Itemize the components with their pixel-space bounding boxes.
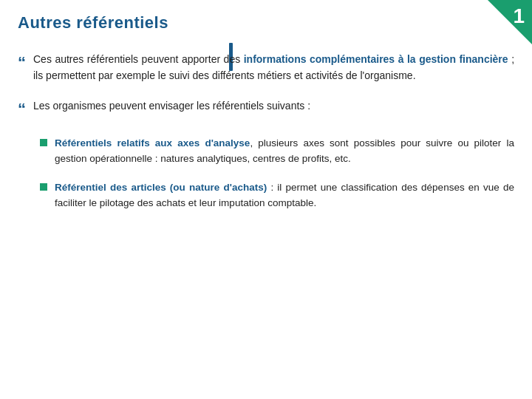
sub-text-2-bold: Référentiel des articles (ou nature d'ac…	[55, 182, 267, 193]
sub-text-1: Référentiels relatifs aux axes d'analyse…	[55, 136, 514, 167]
bullet-text-1-part1: Ces autres référentiels peuvent apporter…	[33, 53, 244, 65]
sub-bullet-2	[40, 183, 47, 191]
sub-item-2: Référentiel des articles (ou nature d'ac…	[40, 180, 514, 211]
bullet-mark-1: “	[18, 52, 26, 75]
sub-text-2: Référentiel des articles (ou nature d'ac…	[55, 180, 514, 211]
bullet-text-2-content: Les organismes peuvent envisager les réf…	[33, 100, 310, 112]
sub-items-container: Référentiels relatifs aux axes d'analyse…	[40, 136, 514, 211]
bullet-text-1: Ces autres référentiels peuvent apporter…	[33, 52, 514, 83]
bullet-text-2: Les organismes peuvent envisager les réf…	[33, 98, 310, 115]
bullet-item-2: “ Les organismes peuvent envisager les r…	[18, 98, 514, 121]
page-header: Autres référentiels	[0, 0, 532, 40]
page-title: Autres référentiels	[18, 13, 514, 33]
sub-item-1: Référentiels relatifs aux axes d'analyse…	[40, 136, 514, 167]
bullet-item-1: “ Ces autres référentiels peuvent apport…	[18, 52, 514, 83]
sub-bullet-1	[40, 139, 47, 146]
bullet-mark-2: “	[18, 98, 26, 121]
main-content: “ Ces autres référentiels peuvent apport…	[18, 52, 514, 384]
bullet-text-1-bold: informations complémentaires à la gestio…	[244, 53, 508, 65]
sub-text-1-bold: Référentiels relatifs aux axes d'analyse	[55, 137, 250, 149]
